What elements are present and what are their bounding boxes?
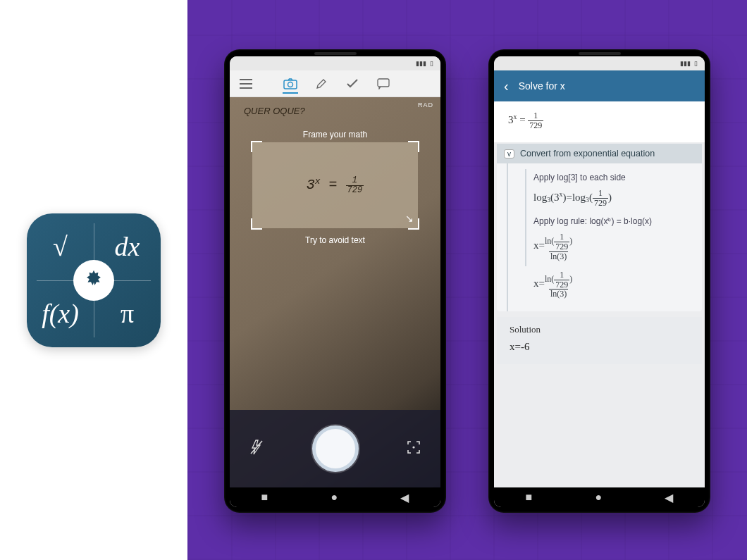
- svg-point-4: [412, 446, 414, 448]
- tab-bar: [230, 70, 440, 97]
- pencil-icon[interactable]: [314, 76, 329, 92]
- status-bar: ▮▮▮ ▯: [230, 56, 440, 70]
- frame-label: Frame your math: [230, 130, 440, 139]
- status-bar: ▮▮▮ ▯: [494, 56, 705, 70]
- page-title: Solve for x: [519, 80, 565, 92]
- crop-frame[interactable]: 3x = 1729 ↘: [252, 142, 418, 228]
- step-header[interactable]: v Convert from exponential equation: [497, 144, 702, 163]
- focus-icon[interactable]: [407, 440, 421, 457]
- signal-icon: ▮▮▮: [416, 60, 426, 67]
- captured-expression: 3x = 1729: [252, 142, 418, 228]
- check-icon[interactable]: [345, 76, 360, 92]
- substep: Apply log[3] to each side log3(3x)=log3(…: [525, 169, 698, 213]
- solution-value: x=-6: [510, 341, 689, 353]
- solution-label: Solution: [510, 324, 689, 335]
- battery-icon: ▯: [430, 60, 433, 67]
- solution-body[interactable]: 3x = 1729 v Convert from exponential equ…: [494, 101, 705, 487]
- step-title: Convert from exponential equation: [520, 149, 655, 158]
- nav-home-icon[interactable]: ●: [331, 491, 338, 504]
- camera-tab-icon[interactable]: [283, 78, 298, 94]
- substep-math: x=ln(1729)ln(3): [533, 230, 698, 263]
- nav-recent-icon[interactable]: ■: [526, 491, 533, 504]
- capture-button[interactable]: [312, 425, 359, 472]
- screen-header: ‹ Solve for x: [494, 70, 705, 101]
- rad-badge: RAD: [418, 101, 433, 108]
- original-equation: 3x = 1729: [494, 101, 705, 142]
- avoid-text-label: Try to avoid text: [230, 235, 440, 245]
- menu-icon[interactable]: [238, 76, 254, 92]
- android-nav-bar: ■ ● ◀: [494, 487, 705, 507]
- step-group: v Convert from exponential equation Appl…: [497, 144, 702, 311]
- substep-title: Apply log rule: log(xᵇ) = b·log(x): [533, 216, 698, 226]
- substep-math: log3(3x)=log3(1729): [533, 187, 698, 209]
- right-panel: ▮▮▮ ▯: [187, 0, 747, 560]
- nav-home-icon[interactable]: ●: [595, 491, 603, 504]
- signal-icon: ▮▮▮: [680, 60, 691, 67]
- resize-handle-icon[interactable]: ↘: [405, 213, 414, 224]
- battery-icon: ▯: [694, 60, 698, 67]
- back-icon[interactable]: ‹: [504, 78, 509, 94]
- svg-point-1: [288, 82, 292, 87]
- substep-title: Apply log[3] to each side: [533, 173, 698, 182]
- nav-recent-icon[interactable]: ■: [261, 491, 268, 504]
- phone-solution: ▮▮▮ ▯ ‹ Solve for x 3x = 1729 v Convert …: [488, 49, 710, 513]
- svg-rect-2: [378, 79, 389, 87]
- chat-icon[interactable]: [376, 76, 391, 92]
- left-panel: √ dx f(x) π: [0, 0, 187, 560]
- camera-controls: [230, 410, 440, 487]
- chevron-down-icon[interactable]: v: [504, 149, 514, 158]
- android-nav-bar: ■ ● ◀: [230, 487, 440, 507]
- nav-back-icon[interactable]: ◀: [665, 491, 673, 504]
- solution-block: Solution x=-6: [497, 317, 702, 364]
- leaf-icon: [73, 260, 114, 301]
- substep: Apply log rule: log(xᵇ) = b·log(x) x=ln(…: [525, 213, 698, 266]
- camera-viewfinder: QUER OQUE? RAD Frame your math 3x = 1729…: [230, 97, 440, 487]
- nav-back-icon[interactable]: ◀: [400, 491, 409, 504]
- app-icon: √ dx f(x) π: [27, 213, 161, 347]
- step-result-math: x=ln(1729)ln(3): [524, 266, 698, 303]
- flash-off-icon[interactable]: [249, 440, 264, 458]
- phone-camera: ▮▮▮ ▯: [224, 49, 446, 513]
